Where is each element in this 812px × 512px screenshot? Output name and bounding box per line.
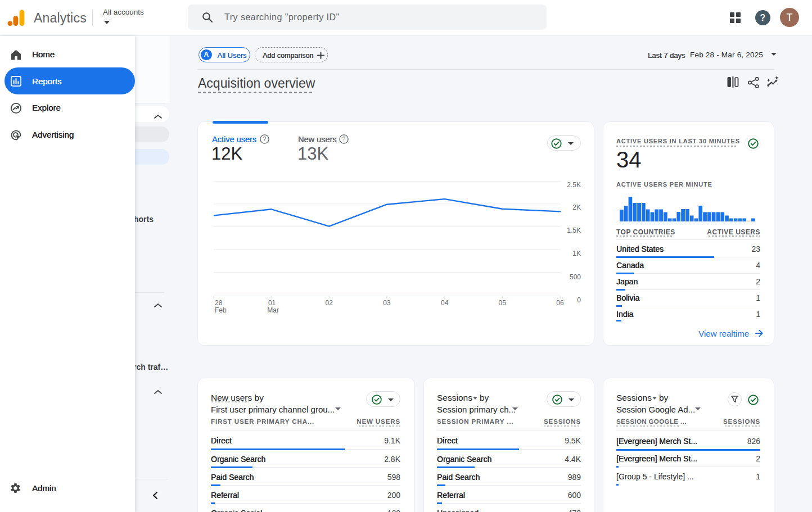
svg-text:06: 06 [556,299,564,307]
svg-text:0: 0 [577,296,581,304]
svg-text:04: 04 [441,299,449,307]
svg-text:Mar: Mar [267,306,279,314]
svg-text:03: 03 [383,299,391,307]
svg-text:?: ? [342,136,346,142]
svg-text:2.5K: 2.5K [567,181,581,189]
svg-text:Feb: Feb [215,306,227,314]
svg-text:1.5K: 1.5K [567,226,581,234]
svg-text:2K: 2K [572,203,581,211]
svg-text:?: ? [263,136,267,142]
svg-text:1K: 1K [572,250,581,257]
svg-text:500: 500 [570,273,581,281]
svg-text:02: 02 [326,299,333,307]
svg-text:05: 05 [499,299,507,307]
